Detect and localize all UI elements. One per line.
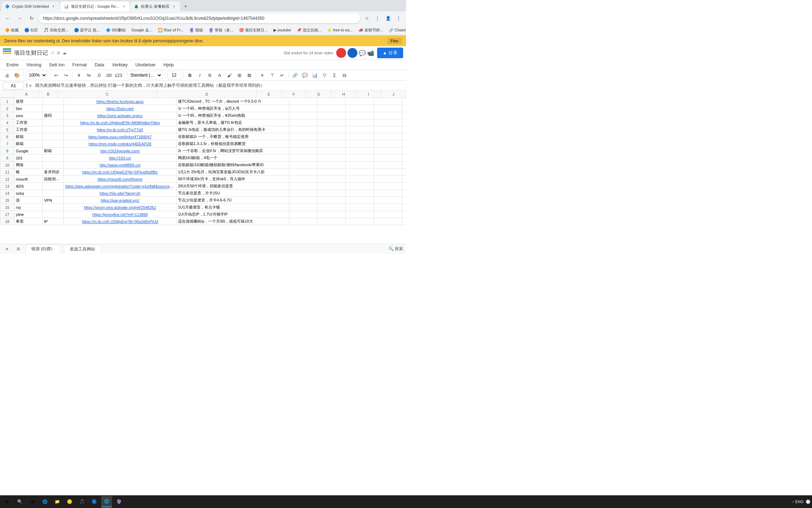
bookmark-10[interactable]: 🎯 项目生财日... (237, 27, 270, 34)
cell-b[interactable] (43, 155, 64, 162)
cell-d[interactable]: 谷歌邮箱/163邮箱/微软邮箱/推特/facebook/苹果ID (177, 162, 289, 169)
cell-a[interactable]: 工作室 (14, 126, 43, 133)
cell-h[interactable] (374, 155, 402, 162)
sheet-tab-1[interactable]: 链游 (白嫖） (25, 244, 61, 253)
cell-b[interactable] (43, 98, 64, 105)
decimal2-btn[interactable]: .00 (104, 71, 113, 79)
cell-i[interactable] (402, 183, 406, 190)
menu-data[interactable]: Data (91, 61, 107, 69)
cell-g[interactable] (346, 140, 374, 147)
cell-f[interactable] (318, 169, 346, 176)
cell-a[interactable]: 工作室 (14, 119, 43, 126)
cell-d[interactable]: 谷歌邮箱1.3-1.5r，价格低但是容易断货 (177, 140, 289, 147)
cell-g[interactable] (346, 211, 374, 218)
cell-a[interactable]: 连 (14, 197, 43, 204)
cell-f[interactable] (318, 147, 346, 155)
table-btn[interactable]: ⊟ (340, 71, 349, 79)
cell-b[interactable] (43, 133, 64, 140)
col-header-b[interactable]: B (39, 91, 58, 98)
cell-i[interactable] (402, 98, 406, 105)
cell-g[interactable] (346, 218, 374, 225)
cell-h[interactable] (374, 204, 402, 211)
cell-d[interactable]: 1U/月动态IP，1.7U/月独字IP (177, 211, 289, 218)
settings-btn[interactable]: ⋮ (394, 14, 403, 23)
cell-g[interactable] (346, 169, 374, 176)
cell-b[interactable] (43, 162, 64, 169)
cell-d[interactable]: 节点多但是贵，片卡15U (177, 190, 289, 197)
cell-c[interactable]: https://5sim.net/ (64, 105, 177, 112)
cell-g[interactable] (346, 176, 374, 183)
cell-b[interactable] (43, 190, 64, 197)
bookmark-7[interactable]: 🌅 Rise of Fr... (156, 27, 186, 33)
menu-verktoy[interactable]: Verktøy (109, 61, 131, 69)
bookmark-8[interactable]: 🔮 线链 (187, 27, 205, 34)
cell-c[interactable]: https://mm.msile.cn/links/44EEAFD8 (64, 140, 177, 147)
cell-h[interactable] (374, 211, 402, 218)
cell-f[interactable] (318, 183, 346, 190)
cell-e[interactable] (289, 112, 318, 119)
wrap-btn[interactable]: ↵ (278, 71, 286, 79)
cell-c[interactable]: https://m.tb.cn/h.UTmT7sR (64, 126, 177, 133)
cell-link[interactable]: https://5js.site/?lang=zh (100, 191, 140, 195)
tab-1[interactable]: 🔷 Crypto Drift Unlimited × (1, 1, 60, 11)
cell-e[interactable] (289, 147, 318, 155)
cell-link[interactable]: https://www.zuuu.net/links/471B8047 (88, 135, 152, 139)
cell-f[interactable] (318, 218, 346, 225)
cell-link[interactable]: https://pay.eradpd.xyz/ (101, 198, 140, 202)
align-btn[interactable]: ≡ (258, 71, 266, 79)
bookmark-15[interactable]: 🔗 Chainlist (387, 27, 406, 33)
cell-e[interactable] (289, 190, 318, 197)
italic-btn[interactable]: I (196, 71, 204, 79)
menu-endre[interactable]: Endre (3, 61, 22, 69)
cell-h[interactable] (374, 112, 402, 119)
cell-h[interactable] (374, 190, 402, 197)
cell-d[interactable]: 1U1月最便宜，有点卡顿 (177, 204, 289, 211)
back-button[interactable]: ← (3, 13, 13, 23)
cell-e[interactable] (289, 197, 318, 204)
cell-i[interactable] (402, 176, 406, 183)
cell-b[interactable] (43, 126, 64, 133)
cell-c[interactable]: http://163.cc/ (64, 155, 177, 162)
bookmark-6[interactable]: Google 走... (129, 27, 154, 34)
bookmark-11[interactable]: ▶ youtube (271, 27, 293, 33)
cell-link[interactable]: http://1616google.com/ (100, 149, 140, 153)
col-header-d[interactable]: D (157, 91, 257, 98)
tab-2-close[interactable]: × (121, 4, 126, 9)
cell-c[interactable]: http://www.yxpf8899.cn/ (64, 162, 177, 169)
cell-f[interactable] (318, 105, 346, 112)
cell-f[interactable] (318, 140, 346, 147)
cell-i[interactable] (402, 162, 406, 169)
cell-g[interactable] (346, 147, 374, 155)
cell-d[interactable]: 节点少但是便宜，月卡4.6-6.7U (177, 197, 289, 204)
cell-f[interactable] (318, 126, 346, 133)
cell-c[interactable]: https://sms-activate.org/cn (64, 112, 177, 119)
cell-e[interactable] (289, 133, 318, 140)
cell-h[interactable] (374, 126, 402, 133)
cell-g[interactable] (346, 183, 374, 190)
cell-h[interactable] (374, 197, 402, 204)
cell-b[interactable] (43, 119, 64, 126)
tab-2[interactable]: 📊 项目生财日记 - Google Re... × (60, 1, 130, 11)
cell-d[interactable]: 谷歌邮箱2r 一个，不断货，账号稳定使用 (177, 133, 289, 140)
cell-link[interactable]: https://sms-activate.org/cn (97, 114, 142, 118)
reload-button[interactable]: ↻ (27, 13, 37, 23)
cell-c[interactable]: http://1616google.com/ (64, 147, 177, 155)
font-select[interactable]: Standard (... (127, 71, 162, 79)
cell-f[interactable] (318, 119, 346, 126)
forward-button[interactable]: → (15, 13, 25, 23)
share-button[interactable]: ▲ 分享 (377, 48, 403, 58)
cell-c[interactable]: https://proxyline.net?ref=113868 (64, 211, 177, 218)
cell-d[interactable]: 1r 一个码，种类地区齐全，ip万人号 (177, 105, 289, 112)
comments-icon[interactable]: 💬 (359, 50, 366, 56)
cell-b[interactable] (43, 183, 64, 190)
bookmark-3[interactable]: 🎵 乐咏交易... (42, 27, 70, 34)
bookmark-12[interactable]: 📌 流立抗税... (295, 27, 324, 34)
cell-a[interactable]: mounft (14, 176, 43, 183)
cell-b[interactable]: VPN (43, 197, 64, 204)
cell-g[interactable] (346, 197, 374, 204)
bookmark-1[interactable]: 🔶 收藏 (3, 27, 21, 34)
cell-a[interactable]: 账 (14, 169, 43, 176)
cell-c[interactable]: https://m.tb.cn/h.UfybkmB?tk=M0MHdbeYhkm (64, 119, 177, 126)
bold-btn[interactable]: B (186, 71, 194, 79)
cell-link[interactable]: https://m.tb.cn/h.U5WpErq?tk=95a3d0xPiUd (82, 219, 158, 224)
